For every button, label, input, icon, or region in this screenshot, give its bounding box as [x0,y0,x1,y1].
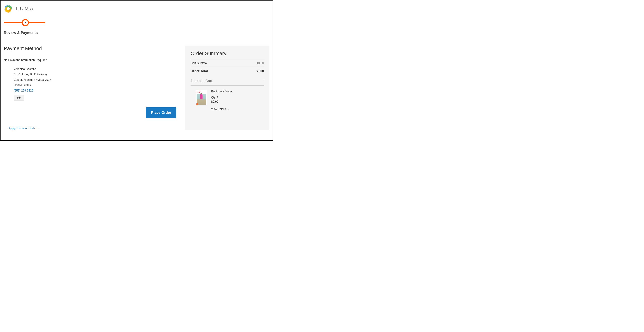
product-qty: Qty: 1 [211,96,232,99]
cart-item: Beginner's YOGA Beginner's Yoga Qty: 1 $… [191,86,264,110]
progress-step-circle: ✓ [22,19,29,26]
billing-city-region: Calder, Michigan 49628-7978 [14,78,176,81]
product-thumbnail[interactable]: Beginner's YOGA [196,90,207,106]
order-total-value: $0.00 [256,69,264,73]
order-summary-title: Order Summary [191,51,264,56]
checkmark-icon: ✓ [24,21,27,24]
product-price: $0.00 [211,100,232,103]
site-header: LUMA [4,4,269,13]
billing-phone[interactable]: (555) 229-3326 [14,89,176,92]
chevron-up-icon: ⌃ [262,79,264,83]
checkout-progress: ✓ [4,18,45,29]
subtotal-label: Cart Subtotal [191,62,207,65]
billing-name: Veronica Costello [14,67,176,71]
view-details-toggle[interactable]: View Details ⌄ [211,107,232,110]
cart-items-count: 1 Item in Cart [191,79,212,83]
product-name: Beginner's Yoga [211,90,232,93]
subtotal-value: $0.00 [257,62,264,65]
billing-address-block: Veronica Costello 6146 Honey Bluff Parkw… [4,67,176,101]
order-summary-panel: Order Summary Cart Subtotal $0.00 Order … [185,46,269,130]
cart-items-toggle[interactable]: 1 Item in Cart ⌃ [191,76,264,85]
chevron-down-icon: ⌄ [38,127,40,130]
order-total-label: Order Total [191,69,208,73]
order-total-row: Order Total $0.00 [191,67,264,76]
apply-discount-toggle[interactable]: Apply Discount Code ⌄ [4,127,176,130]
edit-address-button[interactable]: Edit [14,95,24,101]
apply-discount-label: Apply Discount Code [8,127,35,130]
svg-point-4 [7,7,10,10]
chevron-down-icon: ⌄ [227,108,229,110]
billing-country: United States [14,84,176,87]
place-order-button[interactable]: Place Order [146,107,176,118]
subtotal-row: Cart Subtotal $0.00 [191,60,264,67]
luma-logo-icon[interactable] [4,4,13,13]
payment-method-title: Payment Method [4,46,176,51]
progress-step-label: Review & Payments [4,31,269,35]
view-details-label: View Details [211,107,226,110]
brand-text: LUMA [16,6,34,11]
billing-street: 6146 Honey Bluff Parkway [14,73,176,76]
no-payment-info-text: No Payment Information Required [4,58,176,62]
thumb-text-line2: YOGA [196,92,200,93]
